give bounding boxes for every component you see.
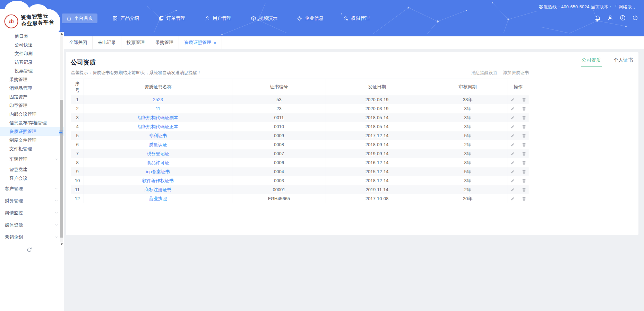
sidebar-item[interactable]: 印章管理 xyxy=(0,101,64,110)
delete-icon[interactable] xyxy=(522,115,526,120)
refresh-icon[interactable] xyxy=(26,247,32,253)
edit-icon[interactable] xyxy=(510,178,515,183)
sidebar-item-label: 消耗品管理 xyxy=(9,85,32,91)
scrollbar-thumb[interactable] xyxy=(60,100,63,238)
delete-icon[interactable] xyxy=(522,196,526,201)
edit-icon[interactable] xyxy=(510,169,515,174)
sidebar-item[interactable]: 智慧党建 xyxy=(0,165,64,174)
bell-icon[interactable] xyxy=(594,15,601,21)
tab-label: 采购管理 xyxy=(155,39,173,46)
sidebar-menu: 值日表公司快递文件印刷访客记录投票管理采购管理消耗品管理固定资产印章管理内部会议… xyxy=(0,32,64,243)
sidebar-item[interactable]: 舆情监控 xyxy=(0,207,64,219)
certificate-link[interactable]: 营业执照 xyxy=(149,196,167,201)
user-icon[interactable] xyxy=(607,15,613,21)
certificate-link[interactable]: 专利证书 xyxy=(149,133,167,138)
sidebar-item[interactable]: 制度文件管理 xyxy=(0,136,64,144)
delete-icon[interactable] xyxy=(522,97,526,102)
delete-icon[interactable] xyxy=(522,133,526,138)
sidebar-item-label: 信息发布/存档管理 xyxy=(9,120,47,126)
nav-video-demo[interactable]: 视频演示 xyxy=(246,14,282,23)
sidebar-item[interactable]: 客户会议 xyxy=(0,174,64,183)
tab-item[interactable]: 全部关闭 xyxy=(64,36,93,49)
view-tab[interactable]: 公司资质 xyxy=(581,57,602,66)
delete-icon[interactable] xyxy=(522,106,526,111)
nav-product-intro[interactable]: 产品介绍 xyxy=(108,14,144,23)
scroll-down-icon[interactable] xyxy=(60,242,63,246)
cell-operations xyxy=(507,194,529,203)
sidebar-item[interactable]: 媒体资源 xyxy=(0,219,64,231)
edit-icon[interactable] xyxy=(510,196,515,201)
user-icon xyxy=(205,16,210,21)
nav-permission-management[interactable]: 权限管理 xyxy=(338,14,374,23)
nav-order-management[interactable]: 订单管理 xyxy=(154,14,190,23)
sidebar-collapse-icon[interactable] xyxy=(59,130,64,135)
delete-icon[interactable] xyxy=(522,169,526,174)
edit-icon[interactable] xyxy=(510,115,515,120)
sidebar-item[interactable]: 公司快递 xyxy=(0,41,64,49)
row-operations xyxy=(509,151,527,156)
view-tab[interactable]: 个人证书 xyxy=(613,57,634,66)
edit-icon[interactable] xyxy=(510,106,515,111)
sidebar-item-label: 制度文件管理 xyxy=(9,137,36,143)
sidebar-item[interactable]: 访客记录 xyxy=(0,58,64,66)
sidebar-item[interactable]: 固定资产 xyxy=(0,92,64,101)
sidebar-item[interactable]: 财务管理 xyxy=(0,195,64,207)
certificate-link[interactable]: 质量认证 xyxy=(149,142,167,147)
tab-item[interactable]: 采购管理 xyxy=(150,36,179,49)
delete-icon[interactable] xyxy=(522,151,526,156)
scroll-up-icon[interactable] xyxy=(60,32,63,35)
sidebar-item[interactable]: 投票管理 xyxy=(0,66,64,75)
sidebar-item[interactable]: 营销企划 xyxy=(0,231,64,243)
delete-icon[interactable] xyxy=(522,142,526,147)
delete-icon[interactable] xyxy=(522,178,526,183)
edit-icon[interactable] xyxy=(510,142,515,147)
nav-company-info[interactable]: 企业信息 xyxy=(292,14,328,23)
sidebar-item[interactable]: 文件柜管理 xyxy=(0,144,64,153)
edit-icon[interactable] xyxy=(510,97,515,102)
action-link[interactable]: 添加资质证书 xyxy=(503,70,529,76)
certificate-link[interactable]: 2523 xyxy=(153,97,163,102)
certificate-link[interactable]: 软件著作权证书 xyxy=(142,178,174,183)
certificate-link[interactable]: 11 xyxy=(156,106,161,111)
sidebar-item[interactable]: 资质证照管理 xyxy=(0,127,64,136)
sidebar-item[interactable]: 消耗品管理 xyxy=(0,84,64,92)
certificate-link[interactable]: 食品许可证 xyxy=(147,160,169,165)
certificate-link[interactable]: icp备案证书 xyxy=(146,169,170,174)
tab-item[interactable]: 来电记录 xyxy=(93,36,121,49)
tab-active[interactable]: 资质证照管理× xyxy=(179,36,222,49)
cell-no: 9 xyxy=(71,167,84,176)
chevron-down-icon xyxy=(54,211,58,215)
sidebar-item[interactable]: 文件印刷 xyxy=(0,49,64,58)
info-icon[interactable] xyxy=(619,15,626,21)
edit-icon[interactable] xyxy=(510,187,515,192)
action-link[interactable]: 消息提醒设置 xyxy=(471,70,497,76)
delete-icon[interactable] xyxy=(522,187,526,192)
logo-title: 资海智慧云 企业服务平台 xyxy=(20,12,54,28)
row-operations xyxy=(509,97,527,102)
nav-platform-home[interactable]: 平台首页 xyxy=(62,14,97,23)
nav-user-management[interactable]: 用户管理 xyxy=(200,14,236,23)
sidebar-item[interactable]: 内部会议管理 xyxy=(0,110,64,118)
orders-icon xyxy=(158,16,164,21)
edit-icon[interactable] xyxy=(510,124,515,129)
certificate-link[interactable]: 组织机构代码证副本 xyxy=(138,115,178,120)
sidebar-item[interactable]: 车辆管理 xyxy=(0,153,64,165)
sidebar-item[interactable]: 采购管理 xyxy=(0,75,64,84)
edit-icon[interactable] xyxy=(510,160,515,165)
sidebar-item[interactable]: 客户管理 xyxy=(0,183,64,195)
power-icon[interactable] xyxy=(632,15,638,21)
edit-icon[interactable] xyxy=(510,133,515,138)
delete-icon[interactable] xyxy=(522,160,526,165)
tab-item[interactable]: 投票管理 xyxy=(121,36,150,49)
close-icon[interactable]: × xyxy=(214,41,216,45)
certificate-link[interactable]: 税务登记证 xyxy=(147,151,169,156)
edit-icon[interactable] xyxy=(510,151,515,156)
video-icon xyxy=(251,16,256,21)
certificate-link[interactable]: 组织机构代码证正本 xyxy=(138,124,178,129)
certificate-link[interactable]: 商标注册证书 xyxy=(145,187,172,192)
sidebar-item[interactable]: 信息发布/存档管理 xyxy=(0,118,64,127)
cell-period: 2年 xyxy=(428,140,507,149)
sidebar: 值日表公司快递文件印刷访客记录投票管理采购管理消耗品管理固定资产印章管理内部会议… xyxy=(0,32,64,311)
cell-date: 2017-10-08 xyxy=(326,194,428,203)
delete-icon[interactable] xyxy=(522,124,526,129)
